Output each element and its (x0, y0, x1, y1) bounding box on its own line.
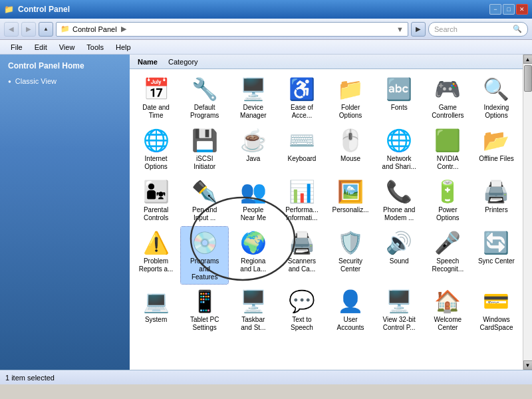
icon-item-tablet-settings[interactable]: 📱Tablet PC Settings (181, 285, 228, 335)
icon-item-device-manager[interactable]: 🖥️Device Manager (229, 73, 277, 123)
icon-item-power-options[interactable]: 🔋Power Options (424, 176, 471, 225)
icon-label-iscsi: iSCSI Initiator (194, 155, 215, 171)
icon-label-folder-options: Folder Options (339, 104, 362, 120)
icon-item-scanners[interactable]: 🖨️Scanners and Ca... (278, 227, 325, 284)
scrollbar[interactable]: ▲ ▼ (523, 55, 532, 370)
icon-label-printers: Printers (485, 206, 507, 214)
icon-img-security-center: 🛡️ (337, 229, 364, 256)
icon-img-date-time: 📅 (143, 76, 170, 102)
column-name[interactable]: Name (132, 58, 163, 66)
sidebar-title: Control Panel Home (8, 61, 122, 70)
icon-item-problem-reports[interactable]: ⚠️Problem Reports a... (132, 227, 180, 284)
go-button[interactable]: ▶ (411, 22, 426, 37)
icon-item-fonts[interactable]: 🔤Fonts (376, 73, 423, 123)
search-icon[interactable]: 🔍 (513, 25, 522, 33)
icon-item-sound[interactable]: 🔊Sound (376, 227, 423, 284)
title-bar-controls: − □ ✕ (489, 4, 528, 15)
search-field[interactable]: Search 🔍 (428, 22, 528, 37)
icon-item-iscsi[interactable]: 💾iSCSI Initiator (181, 124, 228, 174)
icon-label-performance: Performa... Informati... (285, 206, 318, 222)
icon-img-programs-features: 💿 (192, 229, 218, 256)
icon-item-view-32bit[interactable]: 🖥️View 32-bit Control P... (376, 285, 423, 335)
icon-label-parental-controls: Parental Controls (144, 206, 168, 222)
icon-label-nvidia: NVIDIA Contr... (437, 155, 459, 171)
address-dropdown[interactable]: ▼ (396, 25, 404, 33)
icon-item-security-center[interactable]: 🛡️Security Center (327, 227, 374, 284)
icon-item-game-controllers[interactable]: 🎮Game Controllers (424, 73, 471, 123)
icon-item-windows-cardspace[interactable]: 💳Windows CardSpace (473, 285, 520, 335)
icon-img-folder-options: 📁 (337, 76, 364, 102)
icon-item-nvidia[interactable]: 🟩NVIDIA Contr... (424, 124, 471, 174)
menu-tools[interactable]: Tools (81, 42, 109, 53)
icon-item-speech[interactable]: 🎤Speech Recognit... (424, 227, 471, 284)
icons-container: 📅Date and Time🔧Default Programs🖥️Device … (130, 69, 523, 370)
icon-item-java[interactable]: ☕Java (229, 124, 277, 174)
menu-view[interactable]: View (54, 42, 80, 53)
icon-img-internet-options: 🌐 (143, 127, 170, 154)
icon-item-date-time[interactable]: 📅Date and Time (132, 73, 180, 123)
forward-button[interactable]: ▶ (21, 22, 36, 37)
icon-item-ease-of-access[interactable]: ♿Ease of Acce... (278, 73, 325, 123)
status-bar: 1 item selected (0, 370, 532, 384)
icon-item-programs-features[interactable]: 💿Programs and Features (181, 227, 228, 284)
icon-item-folder-options[interactable]: 📁Folder Options (327, 73, 374, 123)
icon-img-pen-input: ✒️ (192, 178, 218, 205)
sidebar-item-classic-view[interactable]: ● Classic View (8, 76, 122, 86)
icon-label-tablet-settings: Tablet PC Settings (190, 316, 219, 332)
icon-label-speech: Speech Recognit... (432, 257, 464, 273)
maximize-button[interactable]: □ (503, 4, 515, 15)
icon-item-indexing-options[interactable]: 🔍Indexing Options (473, 73, 520, 123)
icon-item-network-sharing[interactable]: 🌐Network and Shari... (376, 124, 423, 174)
menu-file[interactable]: File (5, 42, 28, 53)
icon-item-regional[interactable]: 🌍Regiona and La... (229, 227, 277, 284)
icon-item-welcome-center[interactable]: 🏠Welcome Center (424, 285, 471, 335)
scroll-down[interactable]: ▼ (523, 360, 533, 370)
icon-item-taskbar[interactable]: 🖥️Taskbar and St... (229, 285, 277, 335)
icon-label-system: System (145, 316, 167, 324)
icon-img-sound: 🔊 (386, 229, 412, 256)
icon-img-speech: 🎤 (434, 229, 461, 256)
icon-item-mouse[interactable]: 🖱️Mouse (327, 124, 374, 174)
icon-img-view-32bit: 🖥️ (386, 288, 412, 315)
title-bar: 📁 Control Panel − □ ✕ (0, 0, 532, 19)
icon-label-people-near-me: People Near Me (241, 206, 266, 222)
menu-edit[interactable]: Edit (29, 42, 53, 53)
icon-item-personalization[interactable]: 🖼️Personaliz... (327, 176, 374, 225)
address-bar: ◀ ▶ ▲ 📁 Control Panel ▶ ▼ ▶ Search 🔍 (0, 19, 532, 40)
column-category[interactable]: Category (163, 58, 203, 66)
scroll-up[interactable]: ▲ (523, 55, 533, 64)
icon-label-game-controllers: Game Controllers (432, 104, 464, 120)
minimize-button[interactable]: − (489, 4, 501, 15)
icon-label-device-manager: Device Manager (240, 104, 266, 120)
icon-item-people-near-me[interactable]: 👥People Near Me (229, 176, 277, 225)
icon-item-performance[interactable]: 📊Performa... Informati... (278, 176, 325, 225)
icon-item-default-programs[interactable]: 🔧Default Programs (181, 73, 228, 123)
icon-item-parental-controls[interactable]: 👨‍👧Parental Controls (132, 176, 180, 225)
icon-item-user-accounts[interactable]: 👤User Accounts (327, 285, 374, 335)
icon-label-problem-reports: Problem Reports a... (139, 257, 174, 273)
icon-item-pen-input[interactable]: ✒️Pen and Input ... (181, 176, 228, 225)
close-button[interactable]: ✕ (516, 4, 528, 15)
icon-item-text-to-speech[interactable]: 💬Text to Speech (278, 285, 325, 335)
scroll-thumb[interactable] (524, 65, 532, 92)
icon-item-sync-center[interactable]: 🔄Sync Center (473, 227, 520, 284)
icon-img-welcome-center: 🏠 (434, 288, 461, 315)
icon-img-taskbar: 🖥️ (240, 288, 267, 315)
menu-help[interactable]: Help (110, 42, 136, 53)
icon-item-printers[interactable]: 🖨️Printers (473, 176, 520, 225)
icon-item-internet-options[interactable]: 🌐Internet Options (132, 124, 180, 174)
icon-item-phone-modem[interactable]: 📞Phone and Modem ... (376, 176, 423, 225)
column-headers: Name Category (130, 55, 523, 69)
up-button[interactable]: ▲ (39, 22, 53, 37)
icon-img-iscsi: 💾 (192, 127, 218, 154)
icon-label-internet-options: Internet Options (144, 155, 167, 171)
icon-item-keyboard[interactable]: ⌨️Keyboard (278, 124, 325, 174)
icon-img-parental-controls: 👨‍👧 (143, 178, 170, 205)
icon-item-system[interactable]: 💻System (132, 285, 180, 335)
address-field[interactable]: 📁 Control Panel ▶ ▼ (56, 22, 408, 37)
window-title: Control Panel (18, 5, 70, 14)
icon-item-offline-files[interactable]: 📂Offline Files (473, 124, 520, 174)
back-button[interactable]: ◀ (4, 22, 19, 37)
menu-bar: File Edit View Tools Help (0, 40, 532, 55)
icon-img-system: 💻 (143, 288, 170, 315)
